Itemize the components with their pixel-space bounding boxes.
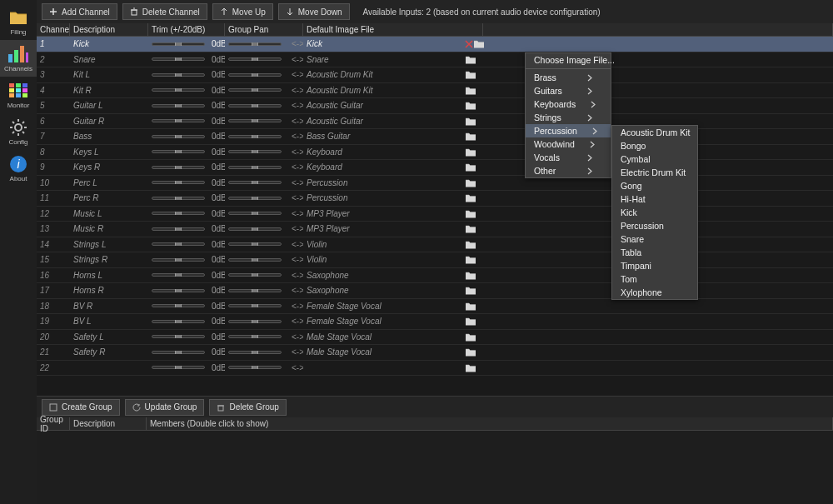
cell-trim[interactable] <box>148 258 208 262</box>
cell-link[interactable]: <-> <box>288 302 303 311</box>
cell-trim[interactable] <box>148 197 208 200</box>
trim-slider[interactable] <box>152 150 205 153</box>
trim-slider[interactable] <box>152 273 205 277</box>
table-row[interactable]: 15Strings R0dB<->Violin <box>37 252 833 268</box>
cell-pan[interactable] <box>225 181 288 184</box>
pan-slider[interactable] <box>228 104 282 107</box>
cell-image[interactable]: Acoustic Drum Kit <box>303 70 461 79</box>
cell-description[interactable]: Perc R <box>70 193 148 202</box>
cell-trim[interactable] <box>148 227 208 231</box>
pan-slider[interactable] <box>228 150 282 153</box>
cell-link[interactable]: <-> <box>288 347 303 357</box>
cell-link[interactable]: <-> <box>288 101 303 110</box>
ctx-sub-snare[interactable]: Snare <box>612 232 697 246</box>
trim-slider[interactable] <box>152 289 205 292</box>
cell-link[interactable]: <-> <box>288 317 303 326</box>
col-blank[interactable] <box>483 23 833 36</box>
trim-slider[interactable] <box>152 366 205 369</box>
pan-slider[interactable] <box>228 289 282 292</box>
cell-trim[interactable] <box>148 335 208 338</box>
cell-link[interactable]: <-> <box>288 162 303 172</box>
cell-link[interactable]: <-> <box>288 178 303 187</box>
table-row[interactable]: 13Music R0dB<->MP3 Player <box>37 222 833 237</box>
table-row[interactable]: 9Keys R0dB<->Keyboard <box>37 160 833 176</box>
cell-image[interactable]: Acoustic Drum Kit <box>303 86 461 95</box>
table-row[interactable]: 17Horns R0dB<->Saxophone <box>37 283 833 299</box>
table-row[interactable]: 7Bass0dB<->Bass Guitar <box>37 129 833 145</box>
cell-description[interactable]: Safety R <box>70 347 148 357</box>
cell-trim[interactable] <box>148 104 208 107</box>
cell-description[interactable]: Snare <box>70 55 148 64</box>
cell-link[interactable]: <-> <box>288 240 303 249</box>
cell-link[interactable]: <-> <box>288 132 303 141</box>
trim-slider[interactable] <box>152 119 205 122</box>
cell-image[interactable]: Snare <box>303 55 461 64</box>
cell-image[interactable]: Keyboard <box>303 147 461 157</box>
col-group-pan[interactable]: Group Pan <box>225 23 303 36</box>
cell-pan[interactable] <box>225 42 288 46</box>
cell-link[interactable]: <-> <box>288 224 303 233</box>
cell-image[interactable]: Saxophone <box>303 286 461 295</box>
pan-slider[interactable] <box>228 351 282 354</box>
cell-trim[interactable] <box>148 242 208 246</box>
browse-folder-icon[interactable] <box>465 224 476 233</box>
browse-folder-icon[interactable] <box>465 55 476 64</box>
ctx-category-keyboards[interactable]: Keyboards <box>526 97 611 111</box>
browse-folder-icon[interactable] <box>465 255 476 264</box>
pan-slider[interactable] <box>228 258 282 262</box>
pan-slider[interactable] <box>228 335 282 338</box>
cell-description[interactable]: Keys R <box>70 162 148 172</box>
browse-folder-icon[interactable] <box>465 209 476 218</box>
col-description[interactable]: Description <box>70 23 148 36</box>
cell-link[interactable]: <-> <box>288 332 303 342</box>
trim-slider[interactable] <box>152 320 205 323</box>
cell-link[interactable]: <-> <box>288 39 303 48</box>
cell-description[interactable]: Horns R <box>70 286 148 295</box>
pan-slider[interactable] <box>228 42 282 46</box>
trim-slider[interactable] <box>152 73 205 77</box>
cell-trim[interactable] <box>148 166 208 169</box>
ctx-category-brass[interactable]: Brass <box>526 71 611 84</box>
cell-trim[interactable] <box>148 273 208 277</box>
ctx-sub-percussion[interactable]: Percussion <box>612 219 697 232</box>
gcol-id[interactable]: Group ID <box>37 417 70 430</box>
cell-trim[interactable] <box>148 57 208 61</box>
cell-image[interactable]: MP3 Player <box>303 209 461 218</box>
cell-trim[interactable] <box>148 119 208 122</box>
table-row[interactable]: 21Safety R0dB<->Male Stage Vocal <box>37 345 833 361</box>
cell-image[interactable]: Violin <box>303 255 461 264</box>
pan-slider[interactable] <box>228 366 282 369</box>
cell-trim[interactable] <box>148 73 208 77</box>
table-row[interactable]: 11Perc R0dB<->Percussion <box>37 191 833 207</box>
cell-trim[interactable] <box>148 289 208 292</box>
cell-description[interactable]: BV L <box>70 317 148 326</box>
table-row[interactable]: 19BV L0dB<->Female Stage Vocal <box>37 314 833 330</box>
pan-slider[interactable] <box>228 227 282 231</box>
sidebar-item-channels[interactable]: Channels <box>0 40 37 77</box>
cell-image[interactable]: Percussion <box>303 178 461 187</box>
cell-image[interactable]: MP3 Player <box>303 224 461 233</box>
create-group-button[interactable]: Create Group <box>42 399 120 416</box>
table-row[interactable]: 16Horns L0dB<->Saxophone <box>37 268 833 284</box>
browse-folder-icon[interactable] <box>465 302 476 311</box>
browse-folder-icon[interactable] <box>465 271 476 280</box>
sidebar-item-filing[interactable]: Filing <box>0 3 37 40</box>
cell-link[interactable]: <-> <box>288 86 303 95</box>
table-row[interactable]: 4Kit R0dB<->Acoustic Drum Kit <box>37 83 833 99</box>
browse-folder-icon[interactable] <box>465 317 476 326</box>
browse-folder-icon[interactable] <box>465 117 476 126</box>
cell-description[interactable]: Guitar R <box>70 117 148 126</box>
ctx-category-guitars[interactable]: Guitars <box>526 84 611 97</box>
ctx-sub-acoustic drum kit[interactable]: Acoustic Drum Kit <box>612 126 697 139</box>
cell-pan[interactable] <box>225 273 288 277</box>
cell-description[interactable]: Safety L <box>70 332 148 342</box>
cell-trim[interactable] <box>148 88 208 92</box>
trim-slider[interactable] <box>152 304 205 307</box>
trim-slider[interactable] <box>152 104 205 107</box>
table-row[interactable]: 10Perc L0dB<->Percussion <box>37 176 833 192</box>
cell-link[interactable]: <-> <box>288 271 303 280</box>
cell-description[interactable]: Kit L <box>70 70 148 79</box>
cell-pan[interactable] <box>225 88 288 92</box>
cell-pan[interactable] <box>225 289 288 292</box>
ctx-sub-hi-hat[interactable]: Hi-Hat <box>612 192 697 206</box>
